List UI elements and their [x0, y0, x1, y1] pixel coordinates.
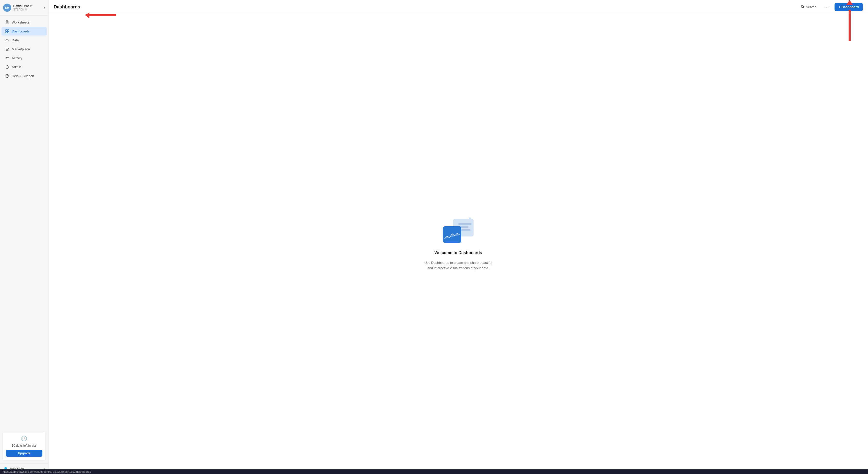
sidebar: DH David Hrncir SYSADMIN ▾ Worksheets: [0, 0, 49, 474]
clock-icon: 🕐: [21, 436, 27, 442]
add-dashboard-button[interactable]: + Dashboard: [835, 3, 863, 11]
svg-point-11: [801, 5, 803, 8]
dashboard-illustration: +: [443, 217, 474, 243]
wave-chart-icon: [444, 231, 460, 240]
avatar: DH: [3, 4, 11, 12]
sidebar-nav: Worksheets Dashboards Data: [0, 15, 48, 429]
svg-rect-5: [7, 29, 9, 31]
welcome-content: + Welcome to Dashboards Use Dashb: [49, 14, 868, 474]
cloud-icon: [5, 38, 9, 42]
illustration-front-card: [443, 226, 461, 243]
upgrade-button[interactable]: Upgrade: [6, 450, 42, 456]
worksheets-label: Worksheets: [12, 21, 29, 24]
page-title: Dashboards: [54, 4, 798, 10]
sidebar-item-admin[interactable]: Admin: [2, 63, 47, 71]
help-label: Help & Support: [12, 74, 34, 78]
user-role: SYSADMIN: [13, 8, 42, 11]
help-circle-icon: [5, 74, 9, 78]
main-content: Dashboards Search ··· + Dashboard: [49, 0, 868, 474]
svg-rect-6: [5, 31, 7, 33]
dashboards-label: Dashboards: [12, 29, 30, 33]
activity-icon: [5, 56, 9, 60]
chevron-down-icon: ▾: [44, 6, 45, 9]
topbar: Dashboards Search ··· + Dashboard: [49, 0, 868, 14]
more-button[interactable]: ···: [822, 3, 832, 11]
user-name: David Hrncir: [13, 4, 42, 8]
svg-rect-4: [5, 29, 7, 31]
sidebar-item-help[interactable]: Help & Support: [2, 71, 47, 80]
welcome-desc-line2: and interactive visualizations of your d…: [427, 266, 489, 270]
illus-line-1: [458, 223, 471, 225]
status-bar: https://app.snowflake.com/south-central-…: [0, 469, 868, 474]
svg-rect-8: [6, 50, 8, 51]
marketplace-label: Marketplace: [12, 47, 30, 51]
trial-text: 30 days left in trial: [12, 444, 36, 448]
file-icon: [5, 20, 9, 24]
status-url: https://app.snowflake.com/south-central-…: [3, 470, 91, 473]
welcome-title: Welcome to Dashboards: [435, 251, 482, 255]
data-label: Data: [12, 38, 19, 42]
sidebar-item-activity[interactable]: Activity: [2, 54, 47, 62]
grid-icon: [5, 29, 9, 33]
welcome-desc-line1: Use Dashboards to create and share beaut…: [424, 261, 492, 264]
svg-line-12: [803, 7, 804, 8]
shield-icon: [5, 65, 9, 69]
user-profile-header[interactable]: DH David Hrncir SYSADMIN ▾: [0, 0, 48, 15]
activity-label: Activity: [12, 56, 22, 60]
trial-box: 🕐 30 days left in trial Upgrade: [3, 432, 46, 461]
shop-icon: [5, 47, 9, 51]
search-icon: [801, 5, 804, 9]
svg-rect-7: [7, 31, 9, 33]
sidebar-item-data[interactable]: Data: [2, 36, 47, 44]
sidebar-item-worksheets[interactable]: Worksheets: [2, 18, 47, 27]
topbar-actions: Search ··· + Dashboard: [798, 3, 863, 11]
sidebar-item-dashboards[interactable]: Dashboards: [2, 27, 47, 35]
search-label: Search: [806, 5, 816, 9]
welcome-description: Use Dashboards to create and share beaut…: [424, 260, 492, 271]
sidebar-item-marketplace[interactable]: Marketplace: [2, 45, 47, 53]
svg-point-10: [7, 76, 7, 77]
illustration-chart: [444, 231, 460, 241]
search-button[interactable]: Search: [798, 3, 819, 11]
user-info: David Hrncir SYSADMIN: [13, 4, 42, 11]
admin-label: Admin: [12, 65, 21, 69]
